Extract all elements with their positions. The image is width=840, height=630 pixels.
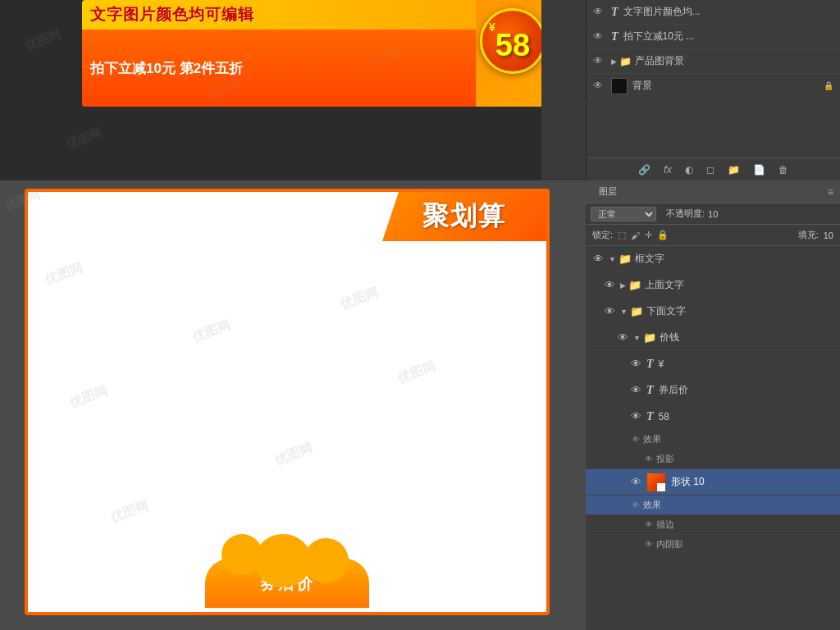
shadow-row-1[interactable]: 👁 投影 [586,450,840,469]
layer-xia-wenzi[interactable]: 👁 ▼ 📁 下面文字 [586,299,840,325]
fill-value: 10 [824,231,833,240]
eye-shape10[interactable]: 👁 [628,475,643,490]
eye-xia-wenzi[interactable]: 👁 [602,304,617,319]
lock-icon: 🔒 [824,81,833,90]
blend-opacity-row: 正常 不透明度: 10 [586,203,840,225]
layer-shape10[interactable]: 👁 形状 10 [586,469,840,495]
panel-menu-icon[interactable]: ≡ [828,186,833,198]
inner-shadow-row[interactable]: 👁 内阴影 [586,535,840,555]
arrow-icon-1: ▶ [611,57,617,66]
layer-name-price58: 58 [659,411,835,422]
lock-transparency-icon[interactable]: ⬚ [618,230,626,240]
product-image-area: 优图网 优图网 优图网 优图网 优图网 优图网 优图网 [28,241,546,546]
bg-thumbnail [611,78,628,94]
lock-all-icon[interactable]: 🔒 [657,230,669,240]
panel-filler [587,98,840,148]
arrow-shang-wenzi[interactable]: ▶ [620,281,626,290]
effect-row-1[interactable]: 👁 效果 [586,430,840,450]
layer-name-shang-wenzi: 上面文字 [645,278,835,292]
layer-quanhoujia[interactable]: 👁 T 券后价 [586,377,840,404]
effect-row-2[interactable]: 👁 效果 [586,495,840,515]
mask-icon[interactable]: ◻ [703,162,718,177]
eye-kuang-wenzi[interactable]: 👁 [591,252,605,267]
inner-shadow-label: 内阴影 [656,538,683,550]
layer-name-folder1: 产品图背景 [635,54,833,68]
banner-yuan: ¥ [489,21,495,33]
layer-name-kuang-wenzi: 框文字 [635,252,835,266]
text-type-icon-2: T [611,30,619,43]
stroke-label: 描边 [656,518,674,531]
banner-price: 58 [495,30,530,61]
eye-stroke[interactable]: 👁 [645,520,653,529]
layer-item-folder1[interactable]: 👁 ▶ 📁 产品图背景 [587,49,840,74]
fx-icon[interactable]: fx [660,162,675,177]
shadow-label-1: 投影 [656,453,674,465]
layer-kuang-wenzi[interactable]: 👁 ▼ 📁 框文字 [586,246,840,272]
frame-header: 聚划算 [382,192,546,241]
eye-shadow1[interactable]: 👁 [645,454,653,463]
stroke-row[interactable]: 👁 描边 [586,515,840,535]
layer-name-bg: 背景 [632,79,824,93]
wm-6: 优图网 [338,284,381,313]
blend-mode-select[interactable]: 正常 [591,207,656,221]
link-icon[interactable]: 🔗 [635,162,654,177]
eye-icon-1[interactable]: 👁 [593,6,606,19]
layer-name-text1: 文字图片颜色均... [623,5,833,19]
watermark-1: 优图网 [23,27,63,54]
layer-name-quanhoujia: 券后价 [659,383,835,397]
folder-xia-wenzi: 📁 [630,305,643,317]
text-type-icon-1: T [611,6,619,19]
eye-icon-2[interactable]: 👁 [593,30,606,43]
layer-name-shape10: 形状 10 [671,475,835,489]
eye-icon-3[interactable]: 👁 [593,55,606,68]
layer-item-text2[interactable]: 👁 T 拍下立减10元 ... [587,25,840,49]
effect-label-1: 效果 [643,433,661,445]
folder-jiaqian: 📁 [643,331,656,344]
wm-7: 优图网 [395,358,438,387]
arrow-jiaqian[interactable]: ▼ [633,334,641,342]
new-layer-icon[interactable]: 📄 [750,162,769,177]
layer-name-jiaqian: 价钱 [660,331,835,345]
wm-2: 优图网 [190,317,233,346]
layer-name-text2: 拍下立减10元 ... [623,30,833,43]
wm-3: 优图网 [67,382,110,412]
layer-item-bg[interactable]: 👁 背景 🔒 [587,74,840,98]
eye-inner-shadow[interactable]: 👁 [645,540,653,549]
text-icon-yuan: T [646,358,654,371]
layers-panel-title: 图层 [592,184,623,199]
eye-quanhoujia[interactable]: 👁 [628,383,643,398]
eye-yuan[interactable]: 👁 [628,357,643,372]
layer-name-yuan: ¥ [659,358,835,370]
layers-panel-top: 👁 T 文字图片颜色均... 👁 T 拍下立减10元 ... 👁 ▶ 📁 产品图… [586,0,840,180]
text-icon-price58: T [646,410,654,423]
wm-4: 优图网 [272,440,315,469]
canvas-area: 聚划算 优图网 优图网 优图网 优图网 优图网 优图网 优图网 券后价 [0,180,586,630]
arrow-xia-wenzi[interactable]: ▼ [620,308,628,316]
layer-name-xia-wenzi: 下面文字 [646,304,835,318]
eye-jiaqian[interactable]: 👁 [615,331,630,345]
layer-shang-wenzi[interactable]: 👁 ▶ 📁 上面文字 [586,272,840,299]
folder-kuang-wenzi: 📁 [619,253,632,265]
eye-shang-wenzi[interactable]: 👁 [602,278,617,293]
lock-paint-icon[interactable]: 🖌 [631,231,640,240]
eye-price58[interactable]: 👁 [628,409,643,424]
fill-label: 填充: [798,229,819,241]
layer-price58[interactable]: 👁 T 58 [586,404,840,430]
layer-item-text1[interactable]: 👁 T 文字图片颜色均... [587,0,840,25]
eye-icon-4[interactable]: 👁 [593,80,606,93]
arrow-kuang-wenzi[interactable]: ▼ [609,255,616,263]
banner-line2-text: 拍下立减10元 第2件五折 [90,59,243,78]
banner-line1-text: 文字图片颜色均可编辑 [90,4,254,25]
eye-effect2[interactable]: 👁 [632,500,640,509]
watermark-3: 优图网 [64,126,104,153]
folder-new-icon[interactable]: 📁 [724,162,743,177]
top-canvas-area: 文字图片颜色均可编辑 拍下立减10元 第2件五折 ¥ 58 优图网 优图网 优图… [0,0,541,180]
layer-jiaqian[interactable]: 👁 ▼ 📁 价钱 [586,325,840,351]
folder-icon-1: 📁 [619,56,632,67]
layers-panel-main: 图层 ≡ 正常 不透明度: 10 锁定: ⬚ 🖌 ✛ 🔒 填充: 10 👁 ▼ … [586,180,840,630]
delete-icon[interactable]: 🗑 [775,162,792,177]
adjustment-icon[interactable]: ◐ [682,162,696,177]
lock-move-icon[interactable]: ✛ [645,230,652,240]
layer-yuan[interactable]: 👁 T ¥ [586,351,840,377]
eye-effect1[interactable]: 👁 [632,435,640,444]
